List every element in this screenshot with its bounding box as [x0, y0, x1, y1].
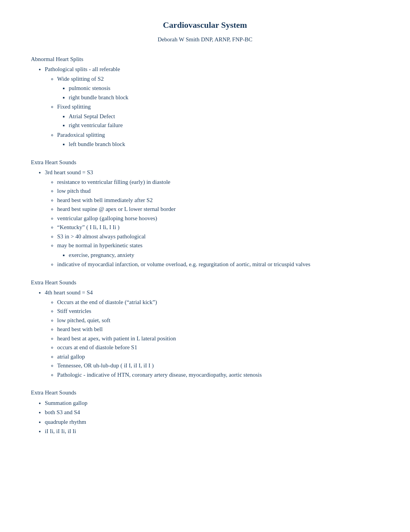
section-title-3: Extra Heart Sounds — [31, 278, 379, 287]
list-item: exercise, pregnancy, anxiety — [69, 251, 379, 260]
list-item: S3 in > 40 almost always pathological — [57, 232, 379, 241]
list-item: may be normal in hyperkinetic states exe… — [57, 241, 379, 259]
list-item: Paradoxical splitting left bundle branch… — [57, 131, 379, 149]
section-title-2: Extra Heart Sounds — [31, 158, 379, 167]
list-item: low pitch thud — [57, 187, 379, 195]
list-item: Pathologic - indicative of HTN, coronary… — [57, 371, 379, 379]
list-item: Atrial Septal Defect — [69, 112, 379, 121]
list-item: right bundle branch block — [69, 93, 379, 102]
list-item: ventricular gallop (galloping horse hoov… — [57, 214, 379, 223]
list-item: “Kentucky” ( I Ii, I Ii, I Ii ) — [57, 223, 379, 232]
list-item: iI Ii, iI Ii, iI Ii — [45, 427, 379, 436]
list-item: indicative of myocardial infarction, or … — [57, 260, 379, 269]
list-item: resistance to ventricular filling (early… — [57, 178, 379, 187]
section-abnormal-heart-splits: Abnormal Heart Splits Pathological split… — [31, 55, 379, 149]
list-item: both S3 and S4 — [45, 408, 379, 417]
list-item: Wide splitting of S2 pulmonic stenosis r… — [57, 75, 379, 102]
section-title-1: Abnormal Heart Splits — [31, 55, 379, 64]
list-item: left bundle branch block — [69, 140, 379, 149]
list-item: Tennessee, OR uh-lub-dup ( iI I, iI I, i… — [57, 361, 379, 370]
list-item: pulmonic stenosis — [69, 84, 379, 93]
list-item: right ventricular failure — [69, 121, 379, 130]
section-extra-heart-sounds-3: Extra Heart Sounds Summation gallop both… — [31, 388, 379, 436]
list-item: 3rd heart sound = S3 resistance to ventr… — [45, 168, 379, 269]
section-title-4: Extra Heart Sounds — [31, 388, 379, 397]
list-item: heard best at apex, with patient in L la… — [57, 334, 379, 343]
section-extra-heart-sounds-1: Extra Heart Sounds 3rd heart sound = S3 … — [31, 158, 379, 269]
list-item: heard best supine @ apex or L lower ster… — [57, 205, 379, 214]
list-item: heard best with bell immediately after S… — [57, 196, 379, 205]
list-item: Summation gallop — [45, 399, 379, 408]
list-item: low pitched, quiet, soft — [57, 316, 379, 325]
list-item: 4th heart sound = S4 Occurs at the end o… — [45, 288, 379, 379]
list-item: quadruple rhythm — [45, 418, 379, 427]
list-item: Stiff ventricles — [57, 307, 379, 316]
list-item: atrial gallop — [57, 352, 379, 361]
list-item: occurs at end of diastole before S1 — [57, 343, 379, 352]
author: Deborah W Smith DNP, ARNP, FNP-BC — [31, 35, 379, 44]
list-item: Occurs at the end of diastole (“atrial k… — [57, 298, 379, 307]
list-item: Fixed splitting Atrial Septal Defect rig… — [57, 102, 379, 130]
section-extra-heart-sounds-2: Extra Heart Sounds 4th heart sound = S4 … — [31, 278, 379, 379]
list-item: heard best with bell — [57, 325, 379, 334]
list-item: Pathological splits - all referable Wide… — [45, 65, 379, 149]
page-title: Cardiovascular System — [31, 19, 379, 31]
